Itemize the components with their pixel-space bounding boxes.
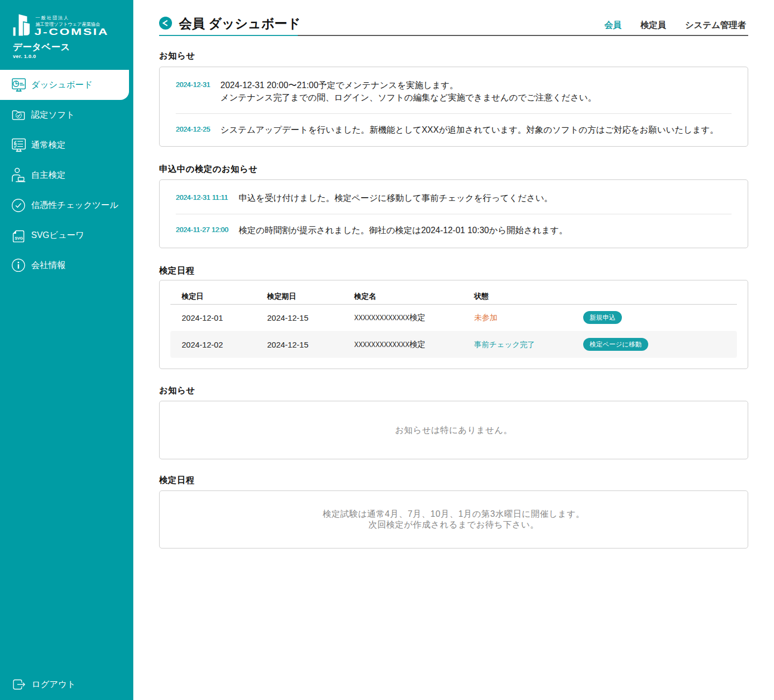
svg-text:SVG: SVG xyxy=(15,236,23,241)
